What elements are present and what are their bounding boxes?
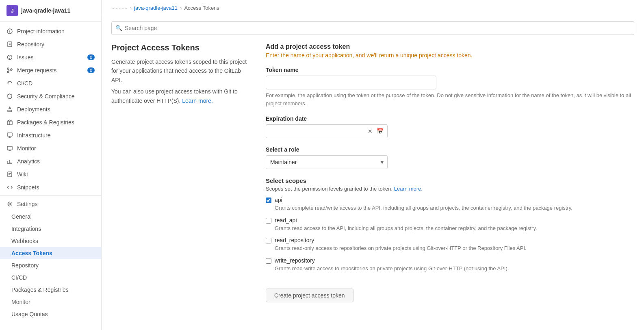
shield-icon	[7, 93, 13, 100]
scope-read-repository-row: read_repository	[266, 237, 634, 243]
sidebar-sub-usage-quotas[interactable]: Usage Quotas	[0, 308, 101, 320]
svg-rect-18	[7, 146, 12, 150]
sub-item-label: Usage Quotas	[11, 311, 48, 317]
sidebar-item-issues[interactable]: Issues 0	[0, 51, 101, 64]
book-icon	[7, 41, 13, 48]
role-group: Select a role Guest Reporter Developer M…	[266, 146, 634, 169]
svg-rect-12	[8, 110, 12, 112]
sidebar-item-infrastructure[interactable]: Infrastructure	[0, 129, 101, 142]
svg-point-8	[10, 58, 10, 59]
breadcrumb-project-link[interactable]: java-qradle-java11	[134, 5, 178, 11]
scope-read-repository-checkbox[interactable]	[266, 238, 271, 243]
sidebar-item-label: Project information	[17, 28, 65, 35]
left-desc2: You can also use project access tokens w…	[111, 87, 249, 105]
create-token-button[interactable]: Create project access token	[266, 289, 353, 302]
sidebar-item-label: Issues	[17, 54, 33, 61]
sidebar-sub-integrations[interactable]: Integrations	[0, 223, 101, 235]
sub-item-label: Integrations	[11, 226, 41, 232]
role-select[interactable]: Guest Reporter Developer Maintainer Owne…	[266, 155, 388, 169]
scope-read-api-checkbox[interactable]	[266, 218, 271, 224]
sub-item-label: Repository	[11, 262, 39, 269]
svg-rect-25	[8, 172, 12, 177]
sidebar-sub-general[interactable]: General	[0, 211, 101, 223]
scope-read-repository-label[interactable]: read_repository	[275, 237, 314, 243]
sidebar-sub-repository[interactable]: Repository	[0, 259, 101, 271]
sidebar-item-packages-registries[interactable]: Packages & Registries	[0, 116, 101, 129]
issues-icon	[7, 54, 13, 61]
sidebar-item-label: Snippets	[17, 184, 39, 191]
sidebar-sub-monitor[interactable]: Monitor	[0, 296, 101, 308]
merge-badge: 0	[87, 67, 95, 73]
date-icons: ✕ 📅	[367, 127, 384, 135]
sidebar-sub-packages-registries[interactable]: Packages & Registries	[0, 284, 101, 296]
sub-item-label: Access Tokens	[11, 250, 52, 256]
scope-read-api-desc: Grants read access to the API, including…	[266, 224, 634, 232]
sidebar-item-label: Wiki	[17, 171, 28, 178]
sub-item-label: CI/CD	[11, 274, 27, 281]
scope-write-repository: write_repository Grants read-write acces…	[266, 257, 634, 273]
analytics-icon	[7, 158, 13, 165]
scope-api: api Grants complete read/write access to…	[266, 197, 634, 212]
svg-point-2	[10, 30, 10, 30]
issues-badge: 0	[87, 54, 95, 60]
deploy-icon	[7, 106, 13, 113]
sidebar-item-analytics[interactable]: Analytics	[0, 155, 101, 168]
svg-rect-15	[7, 133, 12, 136]
sidebar-item-monitor[interactable]: Monitor	[0, 142, 101, 155]
scope-read-api: read_api Grants read access to the API, …	[266, 217, 634, 232]
scope-api-checkbox[interactable]	[266, 198, 271, 203]
token-name-hint: For example, the application using the t…	[266, 91, 634, 107]
content-area: Project Access Tokens Generate project a…	[102, 40, 644, 330]
scope-write-repository-label[interactable]: write_repository	[275, 257, 315, 264]
merge-icon	[7, 67, 13, 74]
sidebar-item-label: Security & Compliance	[17, 93, 75, 100]
svg-point-10	[7, 71, 9, 73]
learn-more-link[interactable]: Learn more.	[182, 98, 212, 104]
calendar-button[interactable]: 📅	[376, 127, 384, 135]
sidebar-nav: Project information Repository Issues 0 …	[0, 22, 101, 323]
svg-point-9	[7, 68, 9, 69]
scopes-learn-more-link[interactable]: Learn more.	[394, 186, 423, 192]
sidebar-item-merge-requests[interactable]: Merge requests 0	[0, 64, 101, 77]
token-name-input[interactable]	[266, 76, 436, 89]
right-column: Add a project access token Enter the nam…	[266, 40, 634, 320]
snippet-icon	[7, 184, 13, 191]
sidebar-item-snippets[interactable]: Snippets	[0, 181, 101, 194]
monitor-icon	[7, 145, 13, 152]
scope-api-row: api	[266, 197, 634, 203]
sidebar-item-label: CI/CD	[17, 80, 33, 87]
breadcrumb-current: Access Tokens	[184, 5, 219, 11]
sidebar-item-repository[interactable]: Repository	[0, 38, 101, 51]
breadcrumb-parent-blurred: ···········	[111, 5, 128, 11]
svg-point-28	[9, 203, 11, 205]
token-name-label: Token name	[266, 67, 634, 73]
sidebar-item-wiki[interactable]: Wiki	[0, 168, 101, 181]
sidebar-sub-webhooks[interactable]: Webhooks	[0, 235, 101, 247]
scope-read-api-label[interactable]: read_api	[275, 217, 297, 224]
clear-date-button[interactable]: ✕	[367, 127, 373, 135]
search-input[interactable]	[111, 21, 634, 35]
scope-write-repository-checkbox[interactable]	[266, 258, 271, 264]
sub-item-label: Packages & Registries	[11, 287, 69, 293]
main-content: ··········· › java-qradle-java11 › Acces…	[102, 0, 644, 330]
form-section-title: Add a project access token	[266, 43, 634, 50]
sidebar-item-security-compliance[interactable]: Security & Compliance	[0, 90, 101, 103]
search-bar-container: 🔍	[102, 16, 644, 40]
scopes-title: Select scopes	[266, 177, 634, 184]
scope-write-repository-row: write_repository	[266, 257, 634, 264]
scopes-desc: Scopes set the permission levels granted…	[266, 186, 634, 192]
sidebar-item-cicd[interactable]: CI/CD	[0, 77, 101, 90]
sub-item-label: General	[11, 213, 32, 220]
scope-api-label[interactable]: api	[275, 197, 282, 203]
infra-icon	[7, 132, 13, 139]
sidebar-sub-cicd[interactable]: CI/CD	[0, 271, 101, 284]
scope-read-api-row: read_api	[266, 217, 634, 224]
project-name: java-qradle-java11	[21, 7, 70, 14]
scope-read-repository: read_repository Grants read-only access …	[266, 237, 634, 252]
sidebar-item-project-information[interactable]: Project information	[0, 25, 101, 38]
sidebar-item-deployments[interactable]: Deployments	[0, 103, 101, 116]
sidebar-item-settings[interactable]: Settings	[0, 198, 101, 211]
sidebar-item-label: Analytics	[17, 158, 40, 165]
sidebar-sub-access-tokens[interactable]: Access Tokens	[0, 247, 101, 259]
token-name-group: Token name For example, the application …	[266, 67, 634, 107]
